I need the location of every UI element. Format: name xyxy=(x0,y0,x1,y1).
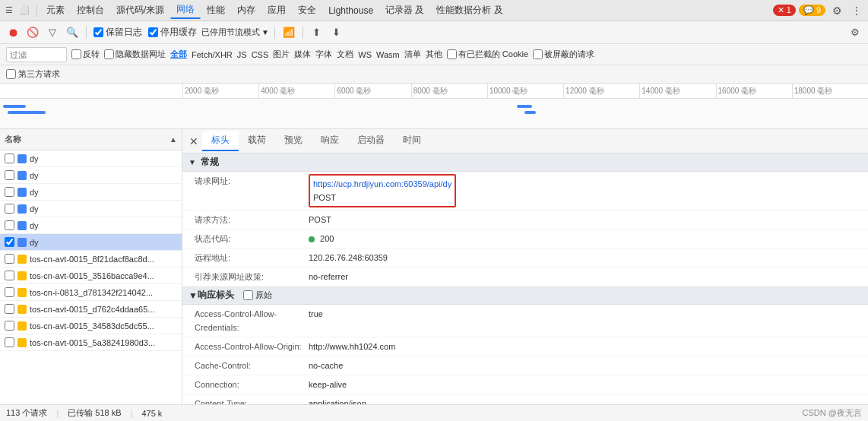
record-button[interactable]: ⏺ xyxy=(5,24,21,41)
request-name: tos-cn-avt-0015_34583dc5dc55... xyxy=(30,321,177,331)
resp-header-label: Cache-Control: xyxy=(195,359,309,372)
request-row[interactable]: dy xyxy=(0,234,182,251)
filter-media[interactable]: 媒体 xyxy=(294,49,311,60)
clear-button[interactable]: 🚫 xyxy=(24,24,41,41)
request-row[interactable]: dy xyxy=(0,150,182,167)
row-checkbox[interactable] xyxy=(5,304,14,314)
menu-item-sources[interactable]: 源代码/来源 xyxy=(110,2,170,18)
filter-doc[interactable]: 文档 xyxy=(337,49,353,60)
search-button[interactable]: 🔍 xyxy=(64,24,81,41)
tab-preview[interactable]: 预览 xyxy=(275,131,312,151)
request-name: tos-cn-avt-0015_8f21dacf8ac8d... xyxy=(30,255,177,264)
filter-button[interactable]: ▽ xyxy=(44,24,61,41)
referrer-policy-label: 引荐来源网址政策: xyxy=(195,270,309,283)
row-checkbox[interactable] xyxy=(5,220,14,230)
filter-fetch-xhr[interactable]: Fetch/XHR xyxy=(192,50,233,59)
row-checkbox[interactable] xyxy=(5,170,14,180)
request-type-icon xyxy=(17,154,27,163)
menu-item-lighthouse[interactable]: Lighthouse xyxy=(322,4,379,17)
tab-initiator[interactable]: 启动器 xyxy=(348,131,394,151)
menu-item-security[interactable]: 安全 xyxy=(292,2,322,18)
general-section-header[interactable]: ▼ 常规 xyxy=(182,154,868,172)
filter-wasm[interactable]: Wasm xyxy=(376,50,400,59)
status-dot-green xyxy=(309,236,315,242)
request-row[interactable]: tos-cn-avt-0015_3516bacca9e4... xyxy=(0,267,182,284)
row-checkbox[interactable] xyxy=(5,204,14,214)
sort-icon[interactable]: ▲ xyxy=(169,135,177,144)
filter-css[interactable]: CSS xyxy=(252,50,269,59)
settings-button[interactable]: ⚙ xyxy=(847,24,863,41)
tab-headers[interactable]: 标头 xyxy=(202,131,239,151)
upload-button[interactable]: ⬆ xyxy=(309,24,325,41)
download-button[interactable]: ⬇ xyxy=(328,24,345,41)
tab-payload[interactable]: 载荷 xyxy=(239,131,275,151)
disable-cache-checkbox[interactable]: 停用缓存 xyxy=(148,26,197,39)
row-checkbox[interactable] xyxy=(5,321,14,331)
has-blocked-cookies-filter[interactable]: 有已拦截的 Cookie xyxy=(447,49,528,60)
menu-item-network[interactable]: 网络 xyxy=(170,2,201,19)
row-checkbox[interactable] xyxy=(5,154,14,163)
third-party-checkbox[interactable]: 第三方请求 xyxy=(6,68,60,80)
menu-item-application[interactable]: 应用 xyxy=(261,2,292,18)
filter-other[interactable]: 其他 xyxy=(426,49,442,60)
blocked-requests-filter[interactable]: 被屏蔽的请求 xyxy=(533,49,594,60)
row-checkbox[interactable] xyxy=(5,287,14,297)
resp-header-value: http://www.hh1024.com xyxy=(309,340,856,353)
request-row[interactable]: tos-cn-avt-0015_5a38241980d3... xyxy=(0,334,182,351)
disable-cache-input[interactable] xyxy=(148,27,158,37)
error-badge: ✕ 1 xyxy=(773,5,796,16)
row-checkbox[interactable] xyxy=(5,237,14,247)
menu-item-recorder[interactable]: 记录器 及 xyxy=(379,2,430,18)
separator-1 xyxy=(86,27,87,39)
hamburger-icon[interactable]: ☰ xyxy=(3,5,15,17)
preserve-log-checkbox[interactable]: 保留日志 xyxy=(93,26,142,39)
hide-data-urls-filter[interactable]: 隐藏数据网址 xyxy=(104,49,166,60)
request-row[interactable]: tos-cn-avt-0015_8f21dacf8ac8d... xyxy=(0,251,182,267)
chevron-down-icon[interactable]: ▼ xyxy=(261,28,269,36)
request-row[interactable]: tos-cn-avt-0015_d762c4ddaa65... xyxy=(0,301,182,318)
dock-icon[interactable]: ⬜ xyxy=(18,5,30,17)
response-header-row: Cache-Control: no-cache xyxy=(182,356,868,375)
row-checkbox[interactable] xyxy=(5,337,14,347)
menu-item-elements[interactable]: 元素 xyxy=(40,2,71,18)
wifi-icon[interactable]: 📶 xyxy=(280,24,297,41)
menu-item-console[interactable]: 控制台 xyxy=(71,2,110,18)
preserve-log-input[interactable] xyxy=(93,27,103,37)
request-name: dy xyxy=(30,221,177,230)
request-row[interactable]: dy xyxy=(0,167,182,184)
referrer-policy-row: 引荐来源网址政策: no-referrer xyxy=(182,267,868,286)
row-checkbox[interactable] xyxy=(5,254,14,264)
raw-checkbox[interactable]: 原始 xyxy=(243,290,272,301)
filter-ws[interactable]: WS xyxy=(358,50,372,59)
menu-item-memory[interactable]: 内存 xyxy=(231,2,261,18)
request-row[interactable]: dy xyxy=(0,217,182,234)
filter-js[interactable]: JS xyxy=(237,50,247,59)
close-detail-button[interactable]: ✕ xyxy=(185,133,202,150)
menu-item-performance[interactable]: 性能 xyxy=(201,2,231,18)
request-type-icon xyxy=(17,238,27,247)
tl-bar-2 xyxy=(8,111,46,114)
request-url-label: 请求网址: xyxy=(195,174,309,188)
row-checkbox[interactable] xyxy=(5,271,14,280)
tab-response[interactable]: 响应 xyxy=(312,131,348,151)
response-headers-section-header[interactable]: ▼ 响应标头 原始 xyxy=(182,286,868,305)
filter-manifest[interactable]: 清单 xyxy=(404,49,421,60)
invert-filter[interactable]: 反转 xyxy=(71,49,100,60)
detail-panel: ✕ 标头 载荷 预览 响应 启动器 时间 ▼ 常规 请求网址: https://… xyxy=(182,129,868,421)
request-row[interactable]: dy xyxy=(0,184,182,201)
request-row[interactable]: tos-cn-avt-0015_34583dc5dc55... xyxy=(0,318,182,334)
filter-font[interactable]: 字体 xyxy=(315,49,332,60)
row-checkbox[interactable] xyxy=(5,187,14,197)
filter-all[interactable]: 全部 xyxy=(170,49,187,60)
menu-item-perf-insights[interactable]: 性能数据分析 及 xyxy=(430,2,508,18)
filter-image[interactable]: 图片 xyxy=(273,49,290,60)
settings-gear-icon[interactable]: ⚙ xyxy=(828,2,845,19)
request-method-row: 请求方法: POST xyxy=(182,210,868,229)
filter-input[interactable] xyxy=(6,47,67,62)
tab-timing[interactable]: 时间 xyxy=(394,131,430,151)
more-options-icon[interactable]: ⋮ xyxy=(848,2,865,19)
request-name: tos-cn-avt-0015_3516bacca9e4... xyxy=(30,271,177,280)
request-row[interactable]: dy xyxy=(0,201,182,217)
request-row[interactable]: tos-cn-i-0813_d781342f214042... xyxy=(0,284,182,301)
throttle-selector[interactable]: 已停用节流模式 ▼ xyxy=(201,27,269,38)
